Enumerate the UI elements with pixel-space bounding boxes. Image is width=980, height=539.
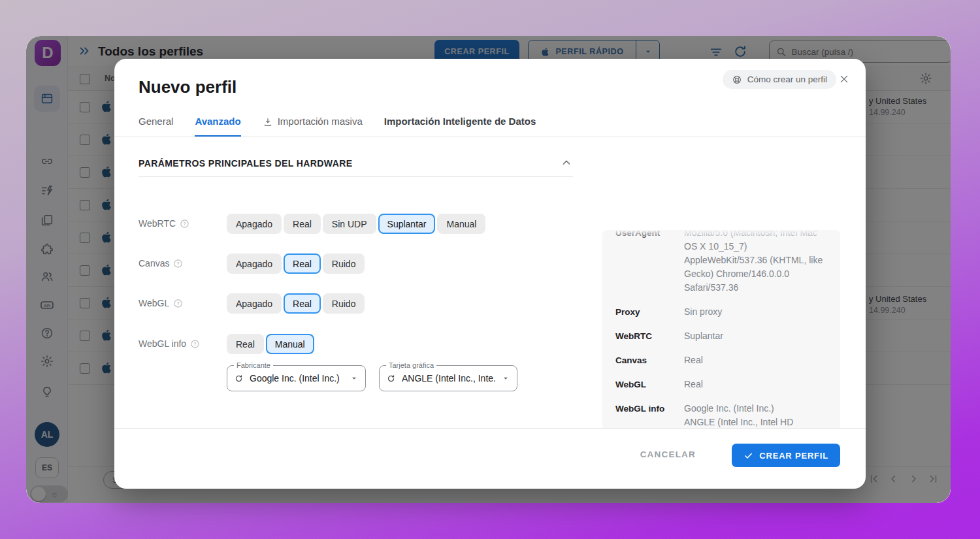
webgl-field-label: WebGL ?	[139, 298, 183, 308]
question-icon[interactable]: ?	[190, 339, 200, 349]
vendor-dropdown[interactable]: Fabricante Google Inc. (Intel Inc.)	[227, 365, 366, 391]
summary-row-webgl-info: WebGL info Google Inc. (Intel Inc.) ANGL…	[615, 402, 827, 428]
canvas-option-ruido[interactable]: Ruido	[323, 253, 365, 274]
webgl-option-real[interactable]: Real	[284, 293, 321, 314]
refresh-icon[interactable]	[386, 374, 396, 384]
new-profile-modal: Nuevo perfil Cómo crear un perfil Genera…	[114, 59, 866, 489]
modal-tabs: General Avanzado Importación masiva Impo…	[139, 111, 536, 137]
tab-importacion-inteligente[interactable]: Importación Inteligente de Datos	[384, 111, 536, 137]
summary-row-webrtc: WebRTC Suplantar	[615, 329, 827, 343]
how-to-create-profile-button[interactable]: Cómo crear un perfil	[723, 70, 836, 89]
summary-top-fade	[602, 230, 840, 240]
vendor-dropdown-value: Google Inc. (Intel Inc.)	[250, 373, 344, 384]
svg-text:?: ?	[177, 301, 180, 306]
cancel-button[interactable]: CANCELAR	[640, 449, 696, 459]
profile-summary-panel: UserAgent Mozilla/5.0 (Macintosh; Intel …	[602, 230, 840, 428]
tab-general[interactable]: General	[139, 111, 173, 137]
question-icon[interactable]: ?	[173, 259, 183, 269]
canvas-options: Apagado Real Ruido	[227, 253, 365, 274]
modal-title: Nuevo perfil	[139, 77, 237, 97]
submit-label: CREAR PERFIL	[759, 451, 828, 461]
webrtc-option-real[interactable]: Real	[284, 214, 321, 234]
webgl-info-options: Real Manual	[227, 334, 314, 354]
renderer-dropdown-value: ANGLE (Intel Inc., Inte...	[402, 373, 495, 384]
webgl-option-apagado[interactable]: Apagado	[227, 293, 282, 314]
refresh-icon[interactable]	[234, 374, 244, 384]
webgl-option-ruido[interactable]: Ruido	[323, 293, 365, 314]
webgl-info-option-manual[interactable]: Manual	[266, 334, 314, 354]
download-icon	[263, 117, 273, 127]
webrtc-option-manual[interactable]: Manual	[437, 214, 485, 234]
lifebuoy-icon	[732, 74, 742, 85]
chevron-down-icon	[501, 374, 510, 383]
hardware-section-title: PARÁMETROS PRINCIPALES DEL HARDWARE	[139, 158, 352, 169]
canvas-option-apagado[interactable]: Apagado	[227, 253, 282, 274]
webrtc-option-sin-udp[interactable]: Sin UDP	[323, 214, 376, 234]
modal-content: PARÁMETROS PRINCIPALES DEL HARDWARE WebR…	[114, 137, 866, 428]
question-icon[interactable]: ?	[180, 219, 189, 229]
summary-row-canvas: Canvas Real	[615, 353, 827, 367]
webgl-options: Apagado Real Ruido	[227, 293, 365, 314]
desktop-backdrop: { "colors": { "accent_blue": "#1a73d8", …	[0, 0, 980, 539]
vendor-dropdown-label: Fabricante	[234, 361, 273, 369]
webrtc-options: Apagado Real Sin UDP Suplantar Manual	[227, 214, 485, 234]
tab-label: Importación masiva	[278, 116, 363, 127]
svg-text:?: ?	[177, 261, 180, 266]
check-icon	[743, 451, 753, 461]
question-icon[interactable]: ?	[173, 299, 183, 308]
tab-importacion-masiva[interactable]: Importación masiva	[263, 111, 363, 137]
svg-text:?: ?	[184, 221, 186, 226]
webrtc-option-suplantar[interactable]: Suplantar	[378, 214, 436, 234]
renderer-dropdown[interactable]: Tarjeta gráfica ANGLE (Intel Inc., Inte.…	[379, 365, 517, 391]
webgl-info-option-real[interactable]: Real	[227, 334, 264, 354]
chevron-up-icon[interactable]	[561, 157, 572, 171]
summary-row-webgl: WebGL Real	[615, 378, 827, 391]
renderer-dropdown-label: Tarjeta gráfica	[386, 361, 436, 369]
tab-avanzado[interactable]: Avanzado	[195, 111, 240, 137]
summary-row-proxy: Proxy Sin proxy	[615, 305, 827, 319]
help-button-label: Cómo crear un perfil	[747, 74, 827, 84]
canvas-option-real[interactable]: Real	[284, 253, 321, 274]
webrtc-option-apagado[interactable]: Apagado	[227, 214, 282, 234]
modal-footer: CANCELAR CREAR PERFIL	[114, 428, 866, 489]
chevron-down-icon	[350, 374, 359, 383]
svg-text:?: ?	[194, 342, 197, 346]
canvas-field-label: Canvas ?	[139, 258, 183, 269]
close-icon[interactable]	[837, 72, 851, 86]
create-profile-submit-button[interactable]: CREAR PERFIL	[732, 444, 840, 467]
webrtc-field-label: WebRTC ?	[139, 218, 189, 229]
webgl-info-field-label: WebGL info ?	[139, 338, 200, 349]
section-divider	[139, 176, 573, 177]
